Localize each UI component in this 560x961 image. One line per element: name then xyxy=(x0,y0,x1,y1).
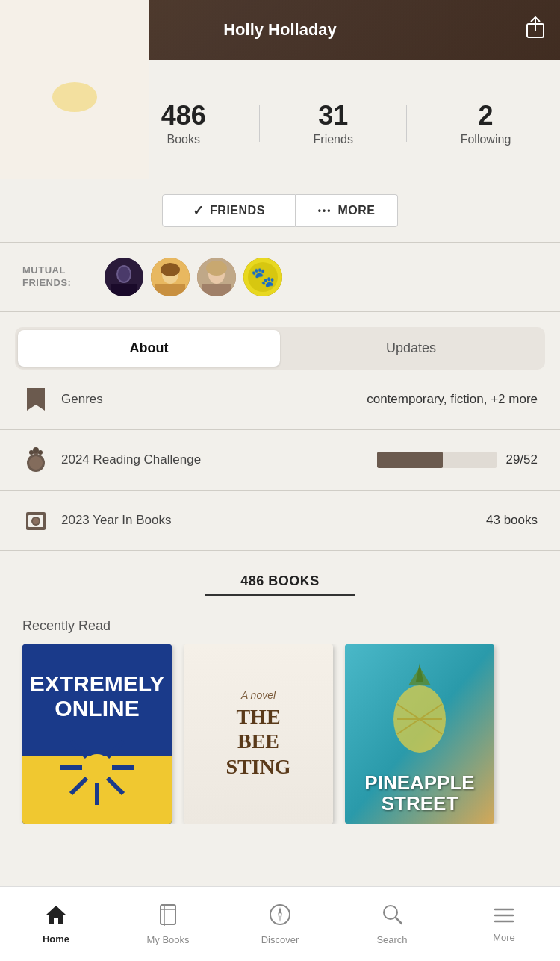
year-in-books-row[interactable]: 2023 Year In Books 43 books xyxy=(0,491,560,551)
bottom-nav: Home My Books Discover Sea xyxy=(0,886,560,961)
nav-more-label: More xyxy=(493,932,515,943)
stat-divider-1 xyxy=(259,105,260,142)
svg-point-24 xyxy=(206,261,227,276)
mutual-avatar-3[interactable] xyxy=(197,258,236,296)
medal-icon xyxy=(22,447,49,473)
tabs-container: About Updates xyxy=(0,312,560,370)
mutual-avatar-4[interactable]: 🐾 xyxy=(243,258,282,296)
svg-marker-65 xyxy=(278,915,282,922)
progress-text: 29/52 xyxy=(505,452,538,467)
nav-discover[interactable]: Discover xyxy=(224,896,336,953)
svg-marker-28 xyxy=(27,388,45,411)
book-covers-list: EXTREMELYONLINE A novel THEBEESTING xyxy=(0,644,560,824)
svg-point-49 xyxy=(84,754,111,781)
genres-value: contemporary, fiction, +2 more xyxy=(367,392,538,407)
books-underline xyxy=(205,594,355,596)
following-label: Following xyxy=(461,133,511,146)
following-stat[interactable]: 2 Following xyxy=(461,100,511,146)
following-count: 2 xyxy=(478,100,493,131)
books-label: Books xyxy=(167,133,199,146)
nav-my-books-label: My Books xyxy=(146,934,189,945)
svg-text:🐾: 🐾 xyxy=(251,265,276,289)
genres-icon xyxy=(22,386,49,413)
page-title: Holly Holladay xyxy=(223,20,337,40)
svg-rect-19 xyxy=(155,284,185,296)
friends-button-label: FRIENDS xyxy=(210,204,265,217)
nav-home[interactable]: Home xyxy=(0,897,112,952)
year-books-label: 2023 Year In Books xyxy=(61,513,486,528)
about-content: Genres contemporary, fiction, +2 more 20… xyxy=(0,370,560,551)
tab-updates[interactable]: Updates xyxy=(280,330,542,367)
svg-point-38 xyxy=(33,518,39,524)
svg-line-67 xyxy=(396,918,402,924)
home-icon xyxy=(45,904,67,930)
book-icon xyxy=(158,904,178,931)
recently-read-label: Recently Read xyxy=(0,611,560,644)
tabs-row: About Updates xyxy=(15,327,545,370)
svg-point-34 xyxy=(38,450,43,455)
nav-my-books[interactable]: My Books xyxy=(112,896,224,953)
share-button[interactable] xyxy=(526,16,545,43)
svg-rect-16 xyxy=(111,284,137,296)
genres-row[interactable]: Genres contemporary, fiction, +2 more xyxy=(0,370,560,430)
svg-point-30 xyxy=(29,456,43,470)
mutual-avatar-2[interactable] xyxy=(151,258,190,296)
book-cover-extremely-online[interactable]: EXTREMELYONLINE xyxy=(22,644,172,824)
books-stat[interactable]: 486 Books xyxy=(161,100,206,146)
action-row: ✓ FRIENDS ••• MORE xyxy=(0,187,560,242)
nav-discover-label: Discover xyxy=(261,934,299,945)
nav-search-label: Search xyxy=(376,934,407,945)
year-books-value: 43 books xyxy=(486,513,538,528)
friends-stat[interactable]: 31 Friends xyxy=(314,100,353,146)
friends-label: Friends xyxy=(314,133,353,146)
book-cover-pineapple-street[interactable]: PINEAPPLESTREET xyxy=(345,644,494,824)
stat-divider-2 xyxy=(406,105,407,142)
mutual-friends-section: MUTUALFRIENDS: xyxy=(0,243,560,311)
nav-more[interactable]: More xyxy=(448,898,560,951)
more-button[interactable]: ••• MORE xyxy=(296,194,399,227)
year-books-icon xyxy=(22,507,49,534)
compass-icon xyxy=(269,904,291,931)
books-section: 486 BOOKS Recently Read xyxy=(0,551,560,824)
svg-rect-23 xyxy=(202,284,231,296)
stats-container: 486 Books 31 Friends 2 Following xyxy=(134,100,538,146)
search-icon xyxy=(382,904,402,931)
mutual-avatars-list: 🐾 xyxy=(105,258,282,296)
mutual-avatar-1[interactable] xyxy=(105,258,143,296)
genres-label: Genres xyxy=(61,392,367,407)
friends-button[interactable]: ✓ FRIENDS xyxy=(162,194,296,227)
mutual-friends-label: MUTUALFRIENDS: xyxy=(22,264,90,290)
svg-marker-64 xyxy=(278,907,282,915)
books-count: 486 xyxy=(161,100,206,131)
check-icon: ✓ xyxy=(193,202,205,219)
menu-icon xyxy=(494,905,514,929)
book-cover-bee-sting[interactable]: A novel THEBEESTING xyxy=(184,644,333,824)
reading-challenge-row[interactable]: 2024 Reading Challenge 29/52 xyxy=(0,430,560,491)
progress-container: 29/52 xyxy=(377,452,538,468)
more-button-label: MORE xyxy=(337,204,375,217)
svg-point-15 xyxy=(118,267,130,282)
svg-rect-60 xyxy=(161,905,175,924)
nav-search[interactable]: Search xyxy=(336,896,448,953)
svg-point-32 xyxy=(33,447,39,453)
progress-fill xyxy=(377,452,443,468)
nav-home-label: Home xyxy=(43,933,69,945)
reading-challenge-label: 2024 Reading Challenge xyxy=(61,452,377,467)
progress-bar xyxy=(377,452,497,468)
svg-point-20 xyxy=(161,263,180,276)
books-count-header: 486 BOOKS xyxy=(0,566,560,594)
friends-count: 31 xyxy=(318,100,348,131)
tab-about[interactable]: About xyxy=(18,330,280,367)
svg-point-33 xyxy=(29,450,34,455)
dots-icon: ••• xyxy=(318,205,332,216)
svg-marker-59 xyxy=(46,906,66,924)
